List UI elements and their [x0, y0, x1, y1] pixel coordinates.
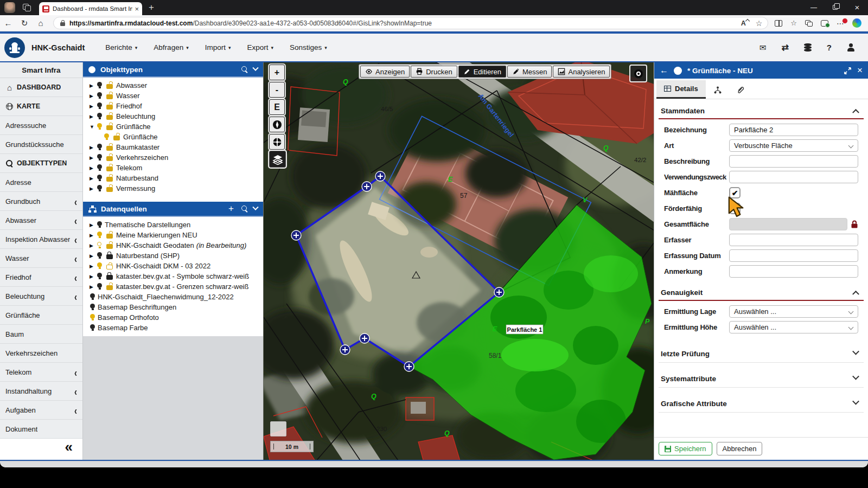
browser-tab[interactable]: Dashboard - rmdata Smart Infra × — [39, 2, 142, 15]
tree-item-friedhof[interactable]: ▶Friedhof — [83, 101, 263, 111]
bulb-on-icon[interactable] — [104, 133, 110, 140]
bulb-on-icon[interactable] — [90, 314, 95, 321]
sidebar-item-dokument[interactable]: Dokument — [0, 420, 82, 439]
bulb-hollow-icon[interactable] — [97, 242, 103, 249]
new-tab-button[interactable]: + — [149, 2, 154, 13]
save-button[interactable]: Speichern — [659, 442, 712, 455]
zoom-out-button[interactable]: - — [269, 82, 285, 98]
anmerkung-input[interactable] — [729, 265, 858, 278]
ermittlung-lage-select[interactable]: Auswählen ... — [729, 305, 858, 318]
bulb-off-icon[interactable] — [97, 82, 103, 89]
sidebar-item-inspektion-abwasser[interactable]: Inspektion Abwasser‹ — [0, 230, 82, 249]
settings-dots-icon[interactable]: ⋯ — [837, 19, 844, 28]
sidebar-item-friedhof[interactable]: Friedhof‹ — [0, 268, 82, 287]
expand-arrow-icon[interactable]: ▶ — [90, 155, 97, 160]
tree-item-naturbestand[interactable]: ▶Naturbestand — [83, 173, 263, 183]
tree-item-gruenflaeche[interactable]: ▼Grünfläche — [83, 121, 263, 132]
overview-box[interactable] — [270, 421, 286, 436]
bulb-off-icon[interactable] — [90, 304, 95, 311]
anzeigen-button[interactable]: Anzeigen — [360, 66, 410, 78]
copilot-icon[interactable] — [852, 18, 861, 28]
expand-arrow-icon[interactable]: ▶ — [90, 264, 97, 269]
sidebar-collapse-button[interactable]: « — [65, 439, 73, 455]
bulb-on-icon[interactable] — [97, 262, 103, 269]
search-icon[interactable] — [241, 206, 248, 212]
bulb-off-icon[interactable] — [90, 324, 95, 331]
expand-arrow-icon[interactable]: ▶ — [90, 176, 97, 181]
back-arrow-icon[interactable]: ← — [660, 66, 668, 75]
home-icon[interactable]: ⌂ — [33, 18, 49, 28]
tree-item-abwasser[interactable]: ▶Abwasser — [83, 80, 263, 91]
sidebar-item-verkehrszeichen[interactable]: Verkehrszeichen — [0, 344, 82, 363]
read-aloud-icon[interactable]: A — [741, 20, 748, 27]
bulb-off-icon[interactable] — [97, 273, 103, 280]
tab-details[interactable]: Details — [656, 80, 706, 99]
art-select[interactable]: Verbuschte Fläche — [729, 139, 858, 152]
zoom-in-button[interactable]: + — [269, 65, 285, 80]
sidebar-item-abwasser[interactable]: Abwasser‹ — [0, 211, 82, 230]
sidebar-item-telekom[interactable]: Telekom‹ — [0, 363, 82, 382]
split-screen-icon[interactable] — [775, 20, 782, 27]
sidebar-item-karte[interactable]: KARTE — [0, 97, 82, 116]
tracking-button[interactable] — [629, 65, 647, 82]
tree-item-vermessung[interactable]: ▶Vermessung — [83, 183, 263, 194]
expand-arrow-icon[interactable]: ▶ — [90, 114, 97, 119]
sidebar-item-beleuchtung[interactable]: Beleuchtung‹ — [0, 287, 82, 306]
expand-arrow-icon[interactable]: ▶ — [90, 243, 97, 248]
browser-profile-avatar[interactable] — [4, 2, 15, 13]
sidebar-item-wasser[interactable]: Wasser‹ — [0, 249, 82, 268]
tab-close-icon[interactable]: × — [135, 5, 139, 13]
bezeichnung-input[interactable] — [729, 124, 858, 136]
address-bar[interactable]: https://smartinfra.rmdatacloud-test.com/… — [53, 17, 768, 29]
menu-abfragen[interactable]: Abfragen▾ — [154, 43, 188, 52]
tree-item-wasser[interactable]: ▶Wasser — [83, 91, 263, 101]
datenquellen-panel-header[interactable]: Datenquellen + — [83, 202, 263, 217]
tree-item-gruenflaeche-child[interactable]: Grünfläche — [83, 132, 263, 142]
menu-export[interactable]: Export▾ — [247, 43, 273, 52]
datasource-basemap-farbe[interactable]: Basemap Farbe — [83, 323, 263, 333]
sidebar-item-grundbuch[interactable]: Grundbuch‹ — [0, 192, 82, 211]
tree-item-beleuchtung[interactable]: ▶Beleuchtung — [83, 111, 263, 121]
section-genauigkeit[interactable]: Genauigkeit — [659, 285, 864, 301]
datasource-basemap-beschriftungen[interactable]: Basemap Beschriftungen — [83, 302, 263, 312]
bulb-off-icon[interactable] — [90, 293, 95, 300]
workspaces-icon[interactable] — [23, 4, 31, 11]
bulb-off-icon[interactable] — [97, 252, 103, 259]
tree-item-telekom[interactable]: ▶Telekom — [83, 163, 263, 173]
erfassung-datum-input[interactable] — [729, 249, 858, 262]
sidebar-item-gruenflaeche[interactable]: Grünfläche — [0, 306, 82, 325]
bulb-off-icon[interactable] — [97, 113, 103, 120]
map-canvas[interactable]: Am Gartenriegel 57 58/1 230 42/2 46/5 Q … — [263, 62, 654, 460]
datasource-kataster-grenzen[interactable]: ▶kataster.bev.gv.at - Grenzen schwarz-we… — [83, 281, 263, 292]
refresh-icon[interactable]: ↻ — [16, 18, 33, 28]
bulb-off-icon[interactable] — [97, 92, 103, 99]
help-icon[interactable]: ? — [827, 43, 832, 52]
expand-arrow-icon[interactable]: ▶ — [90, 145, 97, 150]
maehflaeche-checkbox[interactable]: ✔ — [729, 187, 741, 198]
expand-icon[interactable] — [844, 67, 852, 75]
beschreibung-input[interactable] — [729, 155, 858, 168]
section-systemattribute[interactable]: Systemattribute — [659, 370, 864, 388]
add-datasource-icon[interactable]: + — [228, 203, 234, 214]
sidebar-item-adresse[interactable]: Adresse — [0, 173, 82, 192]
expand-arrow-icon[interactable]: ▶ — [90, 284, 97, 290]
menu-berichte[interactable]: Berichte▾ — [105, 43, 137, 52]
expand-arrow-icon[interactable]: ▶ — [90, 186, 97, 191]
bulb-on-icon[interactable] — [97, 123, 103, 130]
window-minimize-icon[interactable]: — — [803, 0, 825, 15]
section-stammdaten[interactable]: Stammdaten — [659, 104, 864, 119]
collections-icon[interactable] — [805, 20, 813, 27]
datasource-geodaten[interactable]: ▶HNK-Gschaidt Geodaten(in Bearbeitung) — [83, 240, 263, 251]
datasource-markierungen[interactable]: ▶Meine Markierungen NEU — [83, 230, 263, 240]
favorites-icon[interactable]: ☆ — [790, 19, 797, 27]
transfer-icon[interactable]: ⇄ — [781, 42, 788, 53]
compass-button[interactable] — [269, 117, 285, 132]
window-maximize-icon[interactable] — [825, 0, 846, 15]
locate-button[interactable] — [269, 134, 285, 150]
expand-arrow-icon[interactable]: ▶ — [90, 274, 97, 279]
favorite-star-icon[interactable]: ☆ — [756, 19, 763, 28]
bulb-off-icon[interactable] — [97, 185, 103, 192]
verwendungszweck-input[interactable] — [729, 171, 858, 183]
chevron-down-icon[interactable] — [252, 204, 258, 210]
datasource-dkm[interactable]: ▶HNK-Gschaidt DKM - 03 2022 — [83, 261, 263, 271]
